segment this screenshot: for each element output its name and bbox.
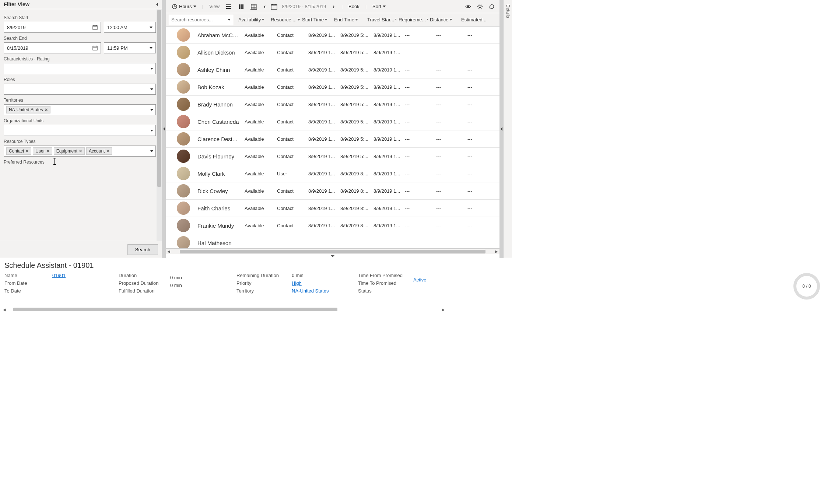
collapse-filter-icon[interactable]	[156, 3, 158, 6]
expand-down-handle[interactable]	[166, 254, 499, 258]
territories-label: Territories	[4, 98, 156, 103]
column-header[interactable]: Availability	[236, 17, 269, 22]
search-resources-field[interactable]	[171, 17, 228, 22]
resource-name: Hal Matheson	[195, 240, 242, 246]
hours-dropdown[interactable]: Hours	[170, 2, 198, 11]
column-header[interactable]: Travel Star...	[365, 17, 396, 22]
resource-type-tag[interactable]: Equipment✕	[54, 147, 85, 155]
cell-resource-type: Contact	[275, 154, 306, 159]
cell-start-time: 8/9/2019 1...	[306, 84, 338, 90]
svg-rect-4	[93, 46, 97, 50]
avatar	[177, 167, 190, 180]
characteristics-select[interactable]	[4, 63, 156, 74]
column-header[interactable]: Requireme...	[396, 17, 428, 22]
scroll-right-icon[interactable]: ▶	[494, 249, 499, 253]
prev-period-button[interactable]: ‹	[262, 3, 268, 10]
cell-distance: ---	[434, 67, 465, 73]
name-link[interactable]: 01901	[52, 273, 111, 278]
resource-row[interactable]: Allison DicksonAvailableContact8/9/2019 …	[166, 44, 499, 61]
search-start-date-input[interactable]: 8/9/2019	[4, 22, 101, 33]
cell-availability: Available	[242, 32, 275, 38]
book-button[interactable]: Book	[347, 2, 361, 11]
resource-row[interactable]: Davis FlournoyAvailableContact8/9/2019 1…	[166, 148, 499, 165]
status-link[interactable]: Active	[413, 277, 457, 283]
remove-tag-icon[interactable]: ✕	[46, 149, 50, 154]
resource-row[interactable]: Cheri CastanedaAvailableContact8/9/2019 …	[166, 113, 499, 130]
resource-name: Molly Clark	[195, 171, 242, 177]
avatar	[177, 80, 190, 94]
view-grid-icon[interactable]	[250, 4, 257, 10]
eye-icon[interactable]	[465, 3, 471, 10]
cell-estimated: ---	[465, 119, 493, 125]
filter-scrollbar[interactable]	[157, 9, 162, 241]
resource-types-select[interactable]: Contact✕User✕Equipment✕Account✕	[4, 146, 156, 157]
chevron-down-icon	[228, 19, 231, 21]
resource-row[interactable]: Brady HannonAvailableContact8/9/2019 1..…	[166, 96, 499, 113]
remove-tag-icon[interactable]: ✕	[106, 149, 109, 154]
scroll-left-icon[interactable]: ◀	[166, 249, 172, 253]
svg-rect-0	[93, 26, 97, 30]
territory-tag[interactable]: NA-United States✕	[6, 106, 50, 113]
remove-tag-icon[interactable]: ✕	[79, 149, 82, 154]
calendar-range-icon[interactable]	[271, 3, 277, 10]
resource-type-tag[interactable]: Contact✕	[6, 147, 31, 155]
cell-travel-start: 8/9/2019 1...	[371, 154, 403, 159]
chevron-down-icon	[150, 27, 152, 28]
search-button[interactable]: Search	[127, 244, 158, 255]
cell-distance: ---	[434, 102, 465, 107]
remove-tag-icon[interactable]: ✕	[45, 108, 48, 112]
cell-distance: ---	[434, 223, 465, 228]
cell-start-time: 8/9/2019 1...	[306, 206, 338, 211]
remove-tag-icon[interactable]: ✕	[25, 149, 29, 154]
refresh-icon[interactable]	[488, 3, 495, 10]
priority-link[interactable]: High	[292, 280, 351, 286]
details-strip[interactable]: Details	[503, 0, 512, 258]
roles-select[interactable]	[4, 84, 156, 95]
resource-row[interactable]: Frankie MundyAvailableContact8/9/2019 1.…	[166, 217, 499, 234]
main-panel: Hours | View ‹ 8/9/2019 - 8/15/2019 › | …	[166, 0, 499, 258]
cell-distance: ---	[434, 154, 465, 159]
view-columns-icon[interactable]	[238, 4, 245, 10]
cell-requirement: ---	[403, 154, 434, 159]
resource-row[interactable]: Clarence Desimo...AvailableContact8/9/20…	[166, 130, 499, 148]
resource-row[interactable]: Ashley ChinnAvailableContact8/9/2019 1..…	[166, 61, 499, 78]
resource-type-tag[interactable]: User✕	[33, 147, 52, 155]
resource-row[interactable]: Bob KozakAvailableContact8/9/2019 1...8/…	[166, 78, 499, 96]
bottom-scrollbar[interactable]: ◀ ▶	[1, 307, 830, 312]
cell-requirement: ---	[403, 136, 434, 142]
resource-row[interactable]: Abraham McCor...AvailableContact8/9/2019…	[166, 27, 499, 44]
column-header[interactable]: Resource ...	[269, 17, 300, 22]
cell-travel-start: 8/9/2019 1...	[371, 67, 403, 73]
cell-travel-start: 8/9/2019 1...	[371, 119, 403, 125]
horizontal-scrollbar[interactable]: ◀ ▶	[166, 248, 499, 254]
column-header[interactable]: Start Time	[300, 17, 332, 22]
panel-collapse-handle[interactable]	[162, 0, 166, 258]
column-header[interactable]: Estimated ...	[459, 17, 487, 22]
resource-type-tag[interactable]: Account✕	[86, 147, 112, 155]
details-collapse-handle[interactable]	[499, 0, 503, 258]
resource-row[interactable]: Hal Matheson	[166, 234, 499, 248]
resource-row[interactable]: Molly ClarkAvailableUser8/9/2019 1...8/9…	[166, 165, 499, 182]
search-end-time-input[interactable]: 11:59 PM	[104, 42, 156, 53]
sort-dropdown[interactable]: Sort	[371, 2, 387, 11]
column-header[interactable]: End Time	[332, 17, 365, 22]
territories-select[interactable]: NA-United States✕	[4, 104, 156, 115]
chevron-down-icon	[193, 6, 196, 7]
scroll-left-icon[interactable]: ◀	[1, 308, 7, 312]
view-list-icon[interactable]	[225, 4, 232, 10]
resource-row[interactable]: Faith CharlesAvailableContact8/9/2019 1.…	[166, 200, 499, 217]
cell-end-time: 8/9/2019 5:...	[338, 154, 371, 159]
resource-row[interactable]: Dick CowleyAvailableContact8/9/2019 1...…	[166, 182, 499, 200]
gear-icon[interactable]	[477, 3, 483, 10]
cell-start-time: 8/9/2019 1...	[306, 154, 338, 159]
next-period-button[interactable]: ›	[330, 3, 337, 10]
cell-availability: Available	[242, 119, 275, 125]
search-start-time-input[interactable]: 12:00 AM	[104, 22, 156, 33]
column-header[interactable]: Distance	[428, 17, 459, 22]
cell-estimated: ---	[465, 136, 493, 142]
territory-link[interactable]: NA-United States	[292, 288, 351, 294]
org-units-select[interactable]	[4, 125, 156, 136]
scroll-right-icon[interactable]: ▶	[441, 308, 446, 312]
search-resources-input[interactable]	[169, 15, 233, 25]
search-end-date-input[interactable]: 8/15/2019	[4, 42, 101, 53]
